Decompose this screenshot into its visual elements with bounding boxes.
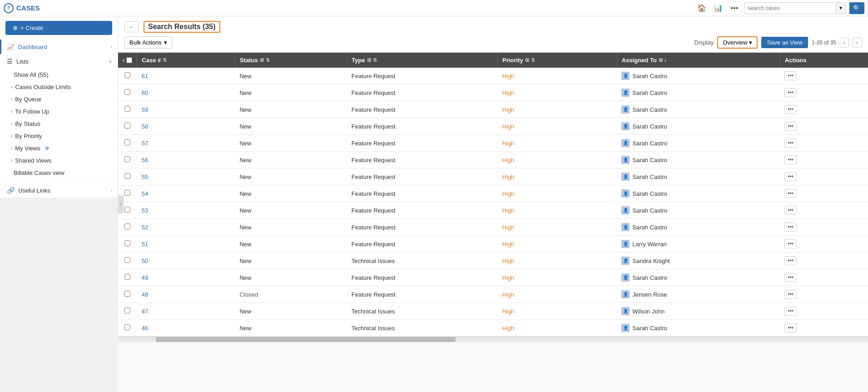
sidebar-item-to-follow-up[interactable]: › To Follow Up [0,105,118,118]
sidebar-item-lists[interactable]: ☰ Lists ∨ [0,54,118,69]
row-actions-button[interactable]: ••• [784,88,797,97]
row-checkbox[interactable] [124,106,130,112]
case-num-link[interactable]: 57 [142,140,148,147]
row-checkbox[interactable] [124,89,130,95]
row-actions-button[interactable]: ••• [784,172,797,181]
row-actions-button[interactable]: ••• [784,290,797,299]
type-value: Feature Request [352,73,396,79]
dashboard-arrow: › [110,44,112,50]
table-row: 48 Closed Feature Request High 👤 Jensen … [118,286,868,303]
sidebar-item-dashboard[interactable]: 📈 Dashboard › [0,40,118,54]
row-actions-button[interactable]: ••• [784,206,797,215]
sidebar-item-shared-views[interactable]: › Shared Views [0,154,118,167]
back-button[interactable]: ← [124,21,139,32]
row-checkbox[interactable] [124,274,130,280]
header-status[interactable]: Status ⊞ ⇅ [235,53,347,68]
row-actions-button[interactable]: ••• [784,307,797,316]
by-queue-arrow: › [11,97,12,102]
header-type[interactable]: Type ⊞ ⇅ [347,53,498,68]
row-checkbox[interactable] [124,291,130,297]
dashboard-icon: 📈 [7,43,15,50]
sidebar-item-by-status[interactable]: › By Status [0,118,118,130]
more-icon[interactable]: ••• [728,2,741,15]
row-checkbox[interactable] [124,139,130,145]
case-num-link[interactable]: 58 [142,123,148,130]
case-num-link[interactable]: 56 [142,157,148,164]
row-type: Feature Request [347,152,498,169]
chart-icon[interactable]: 📊 [712,2,724,15]
header-case-num[interactable]: Case # ⇅ [137,53,235,68]
create-button[interactable]: ⊕ + Create [5,21,112,35]
row-checkbox[interactable] [124,257,130,263]
case-num-link[interactable]: 53 [142,207,148,214]
row-checkbox[interactable] [124,156,130,162]
priority-value: High [502,308,515,315]
row-actions-button[interactable]: ••• [784,239,797,248]
search-input[interactable] [745,4,836,12]
row-assigned: 👤 Jensen Rose [617,286,780,303]
row-actions-button[interactable]: ••• [784,223,797,232]
row-checkbox[interactable] [124,190,130,196]
case-num-link[interactable]: 47 [142,308,148,315]
scrollbar-thumb[interactable] [156,337,456,342]
row-checkbox[interactable] [124,240,130,246]
sidebar-item-cases-outside[interactable]: › Cases Outside Limits [0,81,118,93]
horizontal-scrollbar[interactable] [118,337,868,342]
case-num-label: Case # [142,57,161,64]
next-page-button[interactable]: › [853,38,862,48]
row-checkbox-cell [118,269,137,286]
collapse-sidebar-handle[interactable]: ‹ [118,195,124,213]
status-value: New [239,224,251,231]
prev-page-button[interactable]: ‹ [840,38,849,48]
row-priority: High [498,185,617,202]
select-all-checkbox[interactable] [126,57,132,63]
case-num-link[interactable]: 49 [142,274,148,281]
row-checkbox[interactable] [124,308,130,313]
case-num-link[interactable]: 59 [142,106,148,113]
row-checkbox[interactable] [124,207,130,213]
status-value: New [239,157,251,164]
assigned-name: Sarah Castro [632,325,667,332]
row-actions-button[interactable]: ••• [784,155,797,164]
row-actions-button[interactable]: ••• [784,139,797,148]
case-num-link[interactable]: 50 [142,258,148,264]
case-num-link[interactable]: 51 [142,241,148,248]
row-checkbox[interactable] [124,324,130,330]
case-num-link[interactable]: 60 [142,89,148,96]
my-views-add-icon[interactable]: ⊕ [45,145,49,151]
header-assigned-to[interactable]: Assigned To ⊞ › [617,53,780,68]
case-num-link[interactable]: 46 [142,325,148,332]
row-checkbox[interactable] [124,173,130,179]
header-prev-icon[interactable]: ‹ [123,57,124,64]
row-checkbox[interactable] [124,123,130,129]
row-actions-button[interactable]: ••• [784,189,797,198]
row-actions-button[interactable]: ••• [784,105,797,114]
case-num-link[interactable]: 61 [142,73,148,79]
home-icon[interactable]: 🏠 [695,2,708,15]
sidebar-item-useful-links[interactable]: 🔗 Useful Links › [0,183,118,198]
search-button[interactable]: 🔍 [849,2,864,14]
row-actions-button[interactable]: ••• [784,323,797,332]
row-checkbox[interactable] [124,72,130,78]
overview-button[interactable]: Overview ▾ [717,36,758,49]
sidebar-item-billable-cases[interactable]: Billable Cases view [0,167,118,179]
sidebar-item-by-queue[interactable]: › By Queue [0,93,118,105]
sidebar-item-by-priority[interactable]: › By Priority [0,130,118,142]
row-actions-button[interactable]: ••• [784,71,797,80]
bulk-actions-button[interactable]: Bulk Actions ▾ [124,36,172,49]
sidebar-item-my-views[interactable]: › My Views ⊕ [0,142,118,154]
save-as-view-button[interactable]: Save as View [761,37,808,48]
case-num-link[interactable]: 52 [142,224,148,231]
case-num-link[interactable]: 54 [142,190,148,197]
search-dropdown-button[interactable]: ▼ [836,3,845,14]
row-checkbox[interactable] [124,223,130,229]
case-num-link[interactable]: 55 [142,174,148,180]
row-actions-button[interactable]: ••• [784,273,797,282]
sidebar-item-show-all[interactable]: Show All (55) [0,69,118,81]
by-priority-label: By Priority [15,133,42,139]
case-num-link[interactable]: 48 [142,291,148,298]
row-actions-button[interactable]: ••• [784,122,797,131]
row-actions-button[interactable]: ••• [784,256,797,265]
header-priority[interactable]: Priority ⊞ ⇅ [498,53,617,68]
row-checkbox-cell [118,303,137,320]
